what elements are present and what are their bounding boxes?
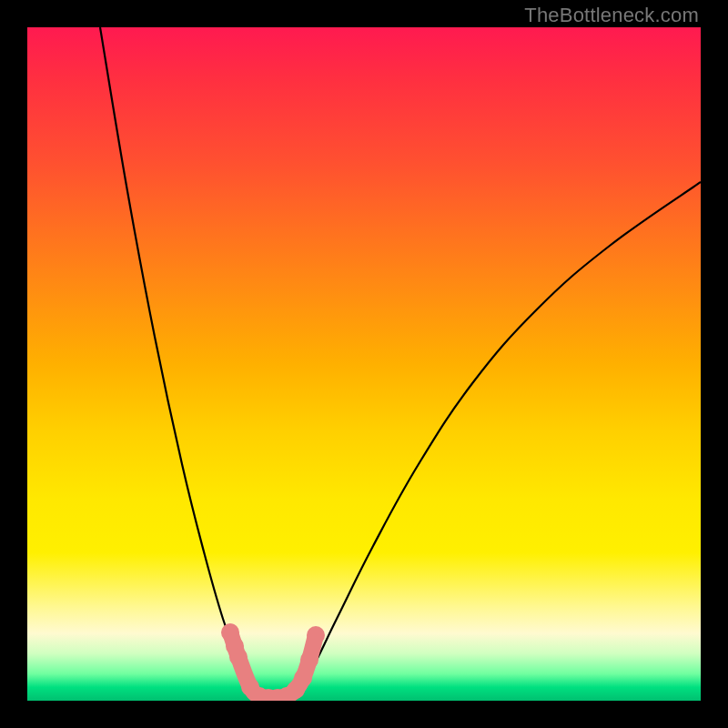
watermark-text: TheBottleneck.com	[524, 4, 699, 27]
marker-dot	[294, 669, 312, 687]
right-curve	[291, 182, 701, 696]
marker-dot	[307, 626, 325, 644]
chart-svg	[27, 27, 701, 701]
bottom-marker-dots	[221, 623, 325, 701]
marker-dot	[300, 651, 318, 669]
marker-dot	[229, 648, 248, 666]
left-curve	[100, 27, 264, 696]
chart-frame: TheBottleneck.com	[0, 0, 728, 728]
plot-area	[27, 27, 701, 701]
